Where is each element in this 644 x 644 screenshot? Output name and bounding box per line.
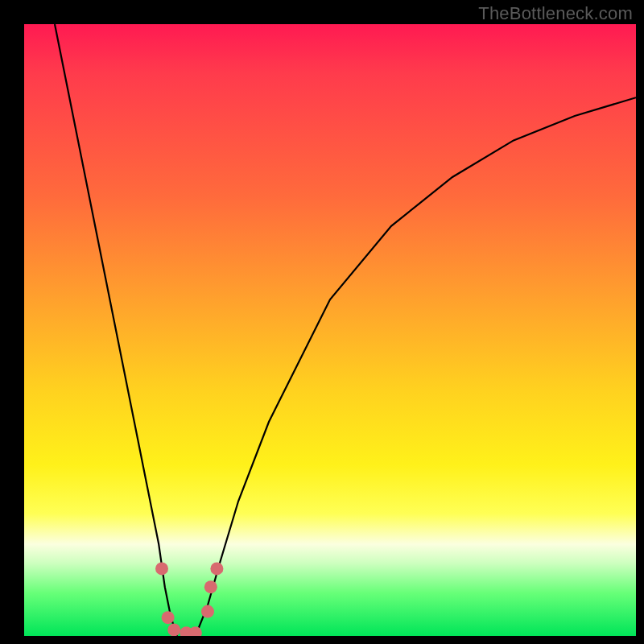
curve-right-branch <box>196 97 636 636</box>
highlight-dot <box>162 611 175 624</box>
highlight-dot <box>155 562 168 575</box>
plot-area <box>24 24 636 636</box>
highlight-dots <box>155 562 223 636</box>
highlight-dot <box>210 562 223 575</box>
curve-layer <box>24 24 636 636</box>
highlight-dot <box>189 626 202 636</box>
watermark-text: TheBottleneck.com <box>478 3 633 24</box>
highlight-dot <box>201 605 214 618</box>
curve-left-branch <box>55 24 177 636</box>
highlight-dot <box>204 580 217 593</box>
chart-frame: TheBottleneck.com <box>0 0 644 644</box>
highlight-dot <box>167 623 180 636</box>
